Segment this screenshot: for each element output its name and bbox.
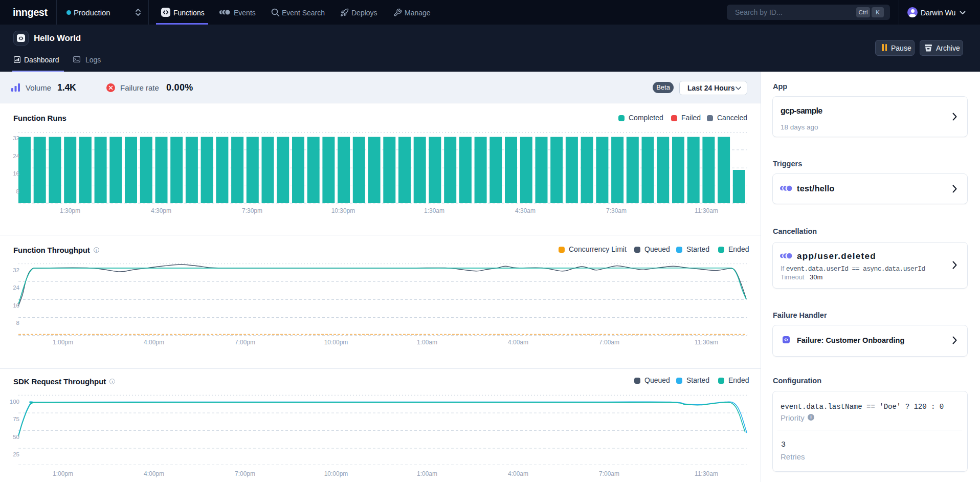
svg-text:4:30pm: 4:30pm xyxy=(151,207,171,214)
svg-text:7:30pm: 7:30pm xyxy=(242,207,262,214)
svg-text:75: 75 xyxy=(13,416,19,422)
svg-text:16: 16 xyxy=(13,170,19,177)
svg-text:4:00pm: 4:00pm xyxy=(144,470,164,477)
svg-text:7:00am: 7:00am xyxy=(599,470,619,477)
svg-text:10:00pm: 10:00pm xyxy=(324,339,348,346)
svg-text:1:30pm: 1:30pm xyxy=(60,207,80,214)
svg-text:1:00am: 1:00am xyxy=(417,470,437,477)
svg-text:100: 100 xyxy=(10,399,19,405)
svg-text:10:00pm: 10:00pm xyxy=(324,470,348,477)
svg-text:4:00pm: 4:00pm xyxy=(144,339,164,346)
svg-text:32: 32 xyxy=(13,135,19,141)
svg-text:11:30am: 11:30am xyxy=(695,207,718,214)
svg-text:24: 24 xyxy=(13,153,19,159)
svg-text:4:00am: 4:00am xyxy=(508,339,528,346)
svg-text:11:30am: 11:30am xyxy=(695,470,718,477)
svg-text:4:00am: 4:00am xyxy=(508,470,528,477)
svg-text:25: 25 xyxy=(13,451,19,457)
svg-text:7:30am: 7:30am xyxy=(606,207,627,214)
svg-text:50: 50 xyxy=(13,434,19,440)
svg-text:7:00am: 7:00am xyxy=(599,339,619,346)
svg-text:1:00pm: 1:00pm xyxy=(53,339,73,346)
svg-text:4:30am: 4:30am xyxy=(515,207,536,214)
svg-text:7:00pm: 7:00pm xyxy=(235,339,255,346)
svg-text:1:30am: 1:30am xyxy=(424,207,444,214)
svg-text:8: 8 xyxy=(16,320,19,326)
svg-text:1:00am: 1:00am xyxy=(417,339,437,346)
svg-text:24: 24 xyxy=(13,284,19,291)
svg-text:10:30pm: 10:30pm xyxy=(331,207,355,214)
svg-text:16: 16 xyxy=(13,302,19,309)
svg-text:7:00pm: 7:00pm xyxy=(235,470,255,477)
svg-text:1:00pm: 1:00pm xyxy=(53,470,73,477)
svg-text:11:30am: 11:30am xyxy=(695,339,718,346)
svg-text:8: 8 xyxy=(16,188,19,194)
svg-text:32: 32 xyxy=(13,267,19,273)
